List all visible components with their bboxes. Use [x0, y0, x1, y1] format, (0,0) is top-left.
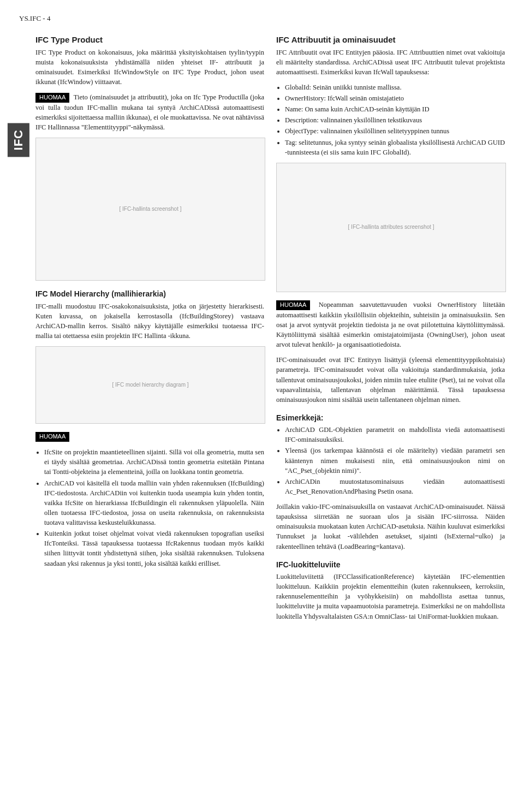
bullet-list: IfcSite on projektin maantieteellinen si… — [35, 447, 264, 568]
left-column: IFC Type Product IFC Type Product on kok… — [35, 34, 264, 627]
screenshot-placeholder: [ IFC model hierarchy diagram ] — [35, 346, 265, 424]
body-text: Luokitteluviitettä (IFCClassificationRef… — [276, 572, 505, 621]
body-text: IFC-malli muodostuu IFC-osakokonaisuuksi… — [35, 301, 264, 341]
screenshot-placeholder: [ IFC-hallinta screenshot ] — [35, 138, 265, 281]
bullet-list: ArchiCAD GDL-Objektien parametrit on mah… — [276, 425, 505, 496]
body-text: HUOMAA Nopeamman saavutettavuuden vuoksi… — [276, 300, 505, 349]
body-text: IFC Type Product on kokonaisuus, joka mä… — [35, 48, 264, 87]
list-item: ArchiCADin muutostatusominaisuus viedään… — [285, 477, 505, 496]
side-tab: IFC — [8, 123, 29, 157]
right-column: IFC Attribuutit ja ominaisuudet IFC Attr… — [276, 34, 505, 627]
note-badge: HUOMAA — [35, 432, 69, 442]
list-item: IfcSite on projektin maantieteellinen si… — [44, 447, 264, 477]
body-text: Joillakin vakio-IFC-ominaisuuksilla on v… — [276, 502, 505, 552]
heading: IFC Attribuutit ja ominaisuudet — [276, 34, 505, 46]
list-item: OwnerHistory: IfcWall seinän omistajatie… — [285, 93, 505, 103]
list-item: Name: On sama kuin ArchiCAD-seinän käytt… — [285, 104, 505, 114]
list-item: ArchiCAD voi käsitellä eli tuoda malliin… — [44, 478, 264, 528]
screenshot-placeholder: [ IFC-hallinta attributes screenshot ] — [276, 163, 506, 292]
list-item: Yleensä (jos tarkempaa käännöstä ei ole … — [285, 446, 505, 475]
heading: IFC-luokitteluviite — [276, 559, 505, 570]
heading: IFC Type Product — [35, 34, 264, 46]
list-item: Kuitenkin jotkut toiset ohjelmat voivat … — [44, 529, 264, 568]
body-text: IFC-ominaisuudet ovat IFC Entityyn lisät… — [276, 355, 505, 405]
list-item: Tag: selitetunnus, joka syntyy seinän gl… — [285, 138, 505, 157]
note-badge: HUOMAA — [35, 93, 69, 103]
heading: Esimerkkejä: — [276, 412, 505, 423]
list-item: ArchiCAD GDL-Objektien parametrit on mah… — [285, 425, 505, 444]
bullet-list: GlobalId: Seinän uniikki tunniste mallis… — [276, 82, 505, 157]
list-item: GlobalId: Seinän uniikki tunniste mallis… — [285, 82, 505, 92]
list-item: ObjectType: valinnainen yksilöllinen sel… — [285, 126, 505, 136]
body-text: IFC Attribuutit ovat IFC Entityjen pääos… — [276, 48, 505, 77]
list-item: Description: valinnainen yksilöllinen te… — [285, 115, 505, 125]
page-code: YS.IFC - 4 — [19, 14, 505, 24]
note-badge: HUOMAA — [276, 300, 310, 310]
body-text: HUOMAA Tieto (ominaisuudet ja attribuuti… — [35, 92, 264, 132]
heading: IFC Model Hierarchy (mallihierarkia) — [35, 288, 264, 299]
